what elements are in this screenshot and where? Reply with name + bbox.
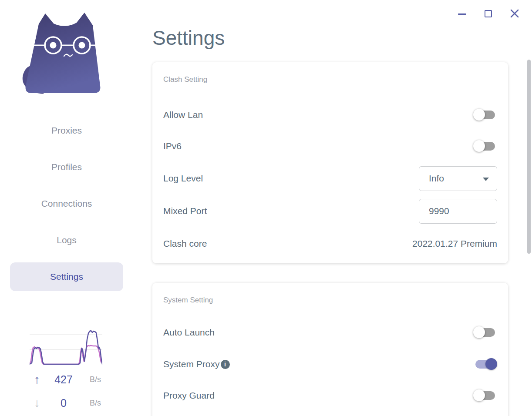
system-proxy-row: System Proxy i (163, 352, 497, 377)
sidebar-item-profiles[interactable]: Profiles (10, 153, 123, 181)
download-speed-row: ↓ 0 B/s (0, 396, 133, 410)
ipv6-row: IPv6 (163, 134, 497, 159)
close-icon (510, 9, 519, 18)
cat-body (26, 13, 101, 93)
system-setting-card: System Setting Auto Launch System Proxy … (152, 283, 508, 416)
proxy-guard-label: Proxy Guard (163, 390, 215, 401)
sidebar: Proxies Profiles Connections Logs Settin… (0, 0, 133, 416)
sidebar-item-proxies[interactable]: Proxies (10, 116, 123, 145)
mixed-port-input[interactable] (419, 199, 497, 224)
sidebar-item-label: Proxies (51, 125, 82, 136)
clash-core-label: Clash core (163, 238, 207, 249)
proxy-guard-row: Proxy Guard (163, 383, 497, 408)
proxy-guard-toggle[interactable] (473, 391, 497, 400)
log-level-label: Log Level (163, 173, 203, 184)
upload-speed-unit: B/s (90, 372, 116, 386)
upload-speed-row: ↑ 427 B/s (0, 372, 133, 386)
cat-left-eye (50, 42, 57, 49)
card-section-header: Clash Setting (163, 75, 207, 84)
auto-launch-label: Auto Launch (163, 327, 215, 338)
maximize-icon (485, 10, 492, 17)
sidebar-item-connections[interactable]: Connections (10, 189, 123, 218)
cat-right-eye (79, 42, 85, 49)
ipv6-label: IPv6 (163, 141, 182, 151)
clash-core-version: 2022.01.27 Premium (412, 238, 497, 249)
minimize-button[interactable] (456, 8, 468, 19)
sidebar-item-label: Logs (57, 235, 77, 245)
allow-lan-row: Allow Lan (163, 102, 497, 127)
traffic-sparkline (30, 327, 102, 366)
log-level-selected-value: Info (429, 173, 444, 184)
page-title: Settings (152, 26, 225, 50)
clash-setting-card: Clash Setting Allow Lan IPv6 Log Level I… (152, 62, 508, 263)
toggle-thumb (473, 326, 485, 338)
log-level-select[interactable]: Info (419, 166, 497, 191)
download-speed-unit: B/s (90, 396, 116, 410)
system-proxy-label: System Proxy i (163, 359, 230, 369)
close-button[interactable] (509, 8, 520, 19)
toggle-thumb (473, 109, 485, 121)
vertical-scrollbar-thumb[interactable] (527, 60, 531, 254)
sidebar-item-label: Settings (50, 272, 83, 282)
system-proxy-toggle[interactable] (473, 359, 497, 369)
mixed-port-label: Mixed Port (163, 206, 207, 216)
clash-cat-logo (20, 11, 103, 96)
mixed-port-row: Mixed Port (163, 198, 497, 224)
ipv6-toggle[interactable] (473, 141, 497, 151)
sidebar-item-label: Connections (41, 198, 92, 209)
sidebar-item-logs[interactable]: Logs (10, 226, 123, 255)
sidebar-item-settings[interactable]: Settings (10, 262, 123, 291)
sidebar-item-label: Profiles (51, 162, 82, 172)
allow-lan-label: Allow Lan (163, 110, 203, 120)
toggle-thumb (473, 140, 485, 152)
card-section-header: System Setting (163, 296, 213, 305)
sparkline-series-upload (30, 331, 102, 364)
upload-arrow-icon: ↑ (30, 372, 44, 386)
download-arrow-icon: ↓ (30, 396, 44, 410)
system-proxy-label-text: System Proxy (163, 359, 220, 369)
maximize-button[interactable] (482, 8, 494, 19)
upload-speed-value: 427 (44, 372, 84, 386)
info-icon[interactable]: i (221, 360, 230, 369)
log-level-row: Log Level Info (163, 166, 497, 191)
auto-launch-row: Auto Launch (163, 320, 497, 345)
toggle-thumb (473, 389, 485, 401)
window-controls (453, 8, 527, 20)
auto-launch-toggle[interactable] (473, 328, 497, 337)
download-speed-value: 0 (44, 396, 84, 410)
toggle-thumb (485, 358, 497, 370)
sidebar-nav: Proxies Profiles Connections Logs Settin… (10, 116, 123, 299)
minimize-icon (458, 13, 466, 15)
clash-core-row: Clash core 2022.01.27 Premium (163, 231, 497, 256)
allow-lan-toggle[interactable] (473, 110, 497, 120)
chevron-down-icon (483, 178, 489, 181)
